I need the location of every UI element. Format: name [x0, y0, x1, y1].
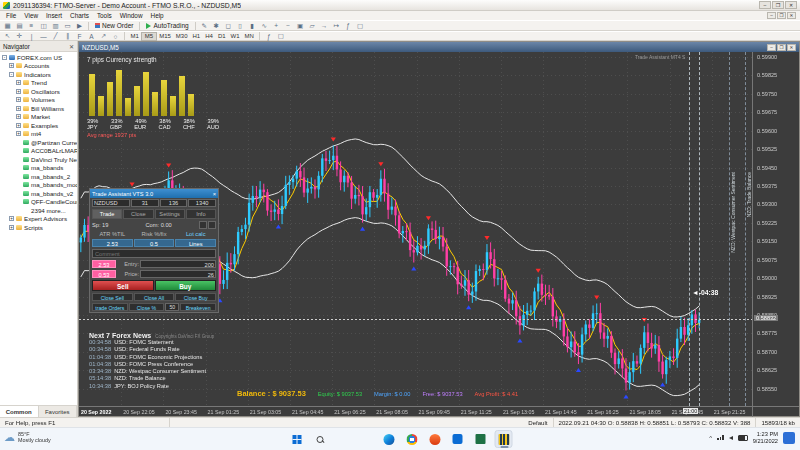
- taskbar-icon-file-explorer[interactable]: [357, 430, 375, 448]
- tree-expander-icon[interactable]: +: [16, 114, 21, 119]
- chart-minimize-icon[interactable]: –: [767, 44, 776, 51]
- new-chart-icon[interactable]: ▦: [2, 21, 13, 30]
- terminal-panel-icon[interactable]: ▭: [62, 21, 73, 30]
- taskbar-icon-edge[interactable]: [380, 430, 398, 448]
- tree-expander-icon[interactable]: +: [16, 123, 21, 128]
- templates-icon[interactable]: ▢: [355, 21, 366, 30]
- tree-expander-icon[interactable]: +: [16, 80, 21, 85]
- price-axis[interactable]: 0.599000.598250.597500.596750.596000.595…: [752, 52, 799, 406]
- navigator-item[interactable]: +Trend: [0, 79, 77, 88]
- cascade-windows-icon[interactable]: ▱: [307, 21, 318, 30]
- button-close-all[interactable]: Close All: [134, 293, 175, 301]
- navigator-tab-common[interactable]: Common: [0, 406, 39, 417]
- tree-expander-icon[interactable]: +: [9, 216, 14, 221]
- options-icon[interactable]: ✱: [211, 21, 222, 30]
- taskbar-icon-brave[interactable]: [426, 430, 444, 448]
- breakeven-button[interactable]: Breakeven: [180, 303, 216, 311]
- new-order-button[interactable]: New Order: [92, 21, 136, 30]
- metaeditor-icon[interactable]: ✎: [199, 21, 210, 30]
- child-close-icon[interactable]: ✕: [787, 12, 796, 19]
- comment-input[interactable]: [92, 249, 216, 258]
- navigator-item[interactable]: +mt4: [0, 130, 77, 139]
- line-chart-icon[interactable]: ∿: [259, 21, 270, 30]
- close-percent-input[interactable]: [165, 303, 179, 311]
- bars-chart-icon[interactable]: ▯: [235, 21, 246, 30]
- entry-field-value[interactable]: 200: [140, 260, 216, 268]
- crosshair-icon[interactable]: ✛: [14, 32, 25, 41]
- pin-icon[interactable]: [208, 221, 216, 229]
- sell-button[interactable]: Sell: [92, 280, 154, 291]
- menu-file[interactable]: File: [2, 12, 20, 19]
- tree-expander-icon[interactable]: +: [16, 106, 21, 111]
- menu-help[interactable]: Help: [147, 12, 168, 19]
- cursor-icon[interactable]: ↖: [2, 32, 13, 41]
- ta-tab-close[interactable]: Close: [123, 209, 153, 219]
- menu-window[interactable]: Window: [116, 12, 147, 19]
- taskbar-icon-excel[interactable]: [472, 430, 490, 448]
- fibonacci-icon[interactable]: F: [74, 32, 85, 41]
- entry-field-value[interactable]: 26: [140, 270, 216, 278]
- chart-profiles-icon[interactable]: ▤: [14, 21, 25, 30]
- child-restore-icon[interactable]: ❐: [777, 12, 786, 19]
- tray-chevron-icon[interactable]: ^: [709, 435, 712, 441]
- menu-view[interactable]: View: [20, 12, 42, 19]
- ta-tab-settings[interactable]: Settings: [155, 209, 185, 219]
- tree-expander-icon[interactable]: +: [16, 97, 21, 102]
- button-close-sell[interactable]: Close Sell: [92, 293, 133, 301]
- timeframe-w1[interactable]: W1: [228, 32, 242, 41]
- button-close-buy[interactable]: Close Buy: [175, 293, 216, 301]
- risk-button-1[interactable]: 0.5: [134, 239, 175, 247]
- tree-expander-icon[interactable]: -: [9, 72, 14, 77]
- zoom-out-icon[interactable]: −: [283, 21, 294, 30]
- risk-button-0[interactable]: 2.53: [92, 239, 133, 247]
- chart-shift-icon[interactable]: ↦: [331, 21, 342, 30]
- horizontal-line-icon[interactable]: —: [38, 32, 49, 41]
- tree-expander-icon[interactable]: +: [9, 63, 14, 68]
- auto-scroll-icon[interactable]: →: [319, 21, 330, 30]
- navigator-item[interactable]: +Expert Advisors: [0, 215, 77, 224]
- risk-label-2[interactable]: Lot calc: [175, 231, 216, 237]
- taskbar-icon-search[interactable]: [311, 430, 329, 448]
- weather-widget[interactable]: ☁ 85°F Mostly cloudy: [4, 431, 51, 443]
- navigator-item[interactable]: +Examples: [0, 121, 77, 130]
- symbol-field[interactable]: NZDUSD: [92, 199, 130, 207]
- battery-icon[interactable]: [738, 435, 748, 441]
- close-percent-button[interactable]: Close %: [129, 303, 165, 311]
- objects-list-icon[interactable]: ▢: [275, 32, 286, 41]
- calculator-icon[interactable]: [199, 221, 207, 229]
- taskbar-clock[interactable]: 1:23 PM 9/21/2022: [753, 431, 778, 444]
- navigator-item[interactable]: +Oscillators: [0, 87, 77, 96]
- ta-tab-trade[interactable]: Trade: [92, 209, 122, 219]
- navigator-item[interactable]: +Volumes: [0, 96, 77, 105]
- navigator-panel-icon[interactable]: ▥: [50, 21, 61, 30]
- navigator-tab-favorites[interactable]: Favorites: [39, 406, 78, 417]
- autotrading-button[interactable]: AutoTrading: [143, 21, 191, 30]
- taskbar-icon-task-view[interactable]: [334, 430, 352, 448]
- vertical-line-icon[interactable]: |: [26, 32, 37, 41]
- navigator-item[interactable]: +Scripts: [0, 223, 77, 232]
- navigator-item[interactable]: ma_bbands: [0, 164, 77, 173]
- tree-expander-icon[interactable]: +: [16, 89, 21, 94]
- network-icon[interactable]: [717, 435, 724, 440]
- tree-expander-icon[interactable]: +: [16, 131, 21, 136]
- shapes-icon[interactable]: ○: [110, 32, 121, 41]
- taskbar-icon-start[interactable]: [288, 430, 306, 448]
- navigator-item[interactable]: QFF-CandleCour...: [0, 198, 77, 207]
- menu-tools[interactable]: Tools: [93, 12, 116, 19]
- navigator-close-icon[interactable]: ✕: [69, 43, 74, 50]
- chart-close-icon[interactable]: ✕: [787, 44, 796, 51]
- child-minimize-icon[interactable]: –: [767, 12, 776, 19]
- taskbar-icon-mt4[interactable]: [495, 430, 513, 448]
- timeframe-m15[interactable]: M15: [157, 32, 174, 41]
- taskbar-icon-store[interactable]: [449, 430, 467, 448]
- trade-assistant-close-icon[interactable]: ×: [213, 191, 216, 197]
- timeframe-h4[interactable]: H4: [203, 32, 216, 41]
- close-icon[interactable]: ✕: [785, 1, 797, 9]
- status-profile[interactable]: Default: [523, 418, 553, 427]
- indicators-list-icon[interactable]: ƒ: [343, 21, 354, 30]
- timeframe-m1[interactable]: M1: [128, 32, 141, 41]
- ta-tab-info[interactable]: Info: [186, 209, 216, 219]
- data-window-icon[interactable]: ◫: [38, 21, 49, 30]
- timeframe-h1[interactable]: H1: [190, 32, 203, 41]
- navigator-item[interactable]: ma_bbands_v2: [0, 189, 77, 198]
